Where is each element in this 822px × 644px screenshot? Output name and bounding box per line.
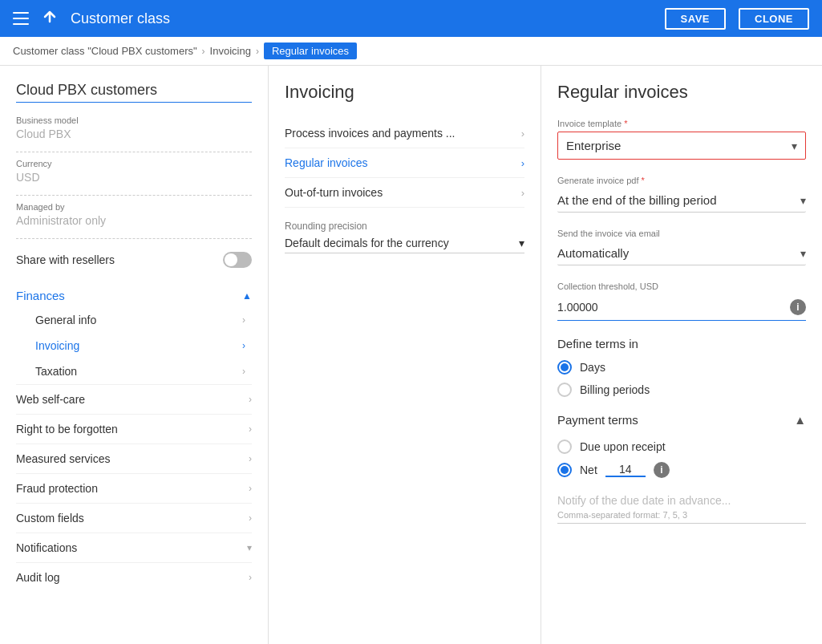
generate-pdf-value: At the end of the billing period: [557, 193, 716, 207]
billing-periods-label: Billing periods: [580, 383, 650, 396]
rounding-value: Default decimals for the currency: [285, 237, 449, 249]
net-radio-button[interactable]: [557, 463, 572, 477]
breadcrumb-arrow-2: ›: [256, 46, 259, 57]
due-receipt-radio-option[interactable]: Due upon receipt: [557, 439, 806, 454]
collection-info-icon[interactable]: i: [790, 299, 806, 315]
business-model-field: Business model Cloud PBX: [16, 115, 252, 140]
managed-by-field: Managed by Administrator only: [16, 202, 252, 227]
web-selfcare-chevron-icon: ›: [249, 394, 252, 405]
sidebar-item-measured[interactable]: Measured services ›: [16, 444, 252, 473]
invoice-template-dropdown[interactable]: Enterprise ▾: [557, 132, 806, 160]
billing-periods-radio-button[interactable]: [557, 383, 572, 397]
send-email-chevron-icon: ▾: [800, 247, 806, 260]
collection-input[interactable]: [557, 301, 790, 314]
sidebar-item-right-forgotten[interactable]: Right to be forgotten ›: [16, 414, 252, 444]
sidebar-item-notifications[interactable]: Notifications ▾: [16, 533, 252, 562]
define-terms-title: Define terms in: [557, 337, 806, 350]
general-info-chevron-icon: ›: [242, 314, 245, 326]
sidebar-item-taxation[interactable]: Taxation ›: [16, 358, 252, 384]
net-input[interactable]: [605, 463, 646, 477]
custom-fields-chevron-icon: ›: [249, 512, 252, 524]
web-selfcare-label: Web self-care: [16, 393, 85, 406]
send-email-label: Send the invoice via email: [557, 229, 806, 238]
sidebar-item-audit-log[interactable]: Audit log ›: [16, 562, 252, 592]
days-label: Days: [580, 361, 605, 374]
regular-invoices-chevron-icon: ›: [521, 157, 524, 169]
notify-hint: Comma-separated format: 7, 5, 3: [557, 510, 806, 520]
payment-terms-header[interactable]: Payment terms ▲: [557, 413, 806, 427]
send-email-value: Automatically: [557, 246, 629, 260]
billing-periods-radio-option[interactable]: Billing periods: [557, 383, 806, 397]
out-of-turn-chevron-icon: ›: [521, 187, 524, 199]
managed-by-label: Managed by: [16, 202, 252, 212]
invoicing-title: Invoicing: [285, 82, 524, 103]
share-resellers-row: Share with resellers: [16, 252, 252, 268]
collection-input-row: i: [557, 294, 806, 321]
due-receipt-label: Due upon receipt: [580, 440, 666, 453]
send-email-dropdown[interactable]: Automatically ▾: [557, 241, 806, 265]
divider-3: [16, 238, 252, 239]
general-info-label: General info: [35, 314, 96, 326]
svg-rect-2: [13, 23, 29, 25]
finances-chevron-icon: ▲: [242, 290, 252, 302]
invoicing-label: Invoicing: [35, 339, 79, 352]
menu-icon[interactable]: [13, 12, 29, 25]
svg-rect-1: [13, 18, 29, 19]
measured-label: Measured services: [16, 452, 111, 465]
currency-value: USD: [16, 171, 252, 184]
sidebar-item-invoicing[interactable]: Invoicing ›: [16, 333, 252, 358]
audit-log-label: Audit log: [16, 571, 59, 584]
invoice-template-value: Enterprise: [566, 139, 621, 152]
sidebar-item-general-info[interactable]: General info ›: [16, 307, 252, 333]
notifications-label: Notifications: [16, 541, 77, 554]
currency-label: Currency: [16, 159, 252, 168]
days-radio-option[interactable]: Days: [557, 360, 806, 375]
finances-nav-header[interactable]: Finances ▲: [16, 284, 252, 307]
regular-invoices-item[interactable]: Regular invoices ›: [285, 148, 524, 178]
rounding-select[interactable]: Default decimals for the currency ▾: [285, 237, 524, 253]
days-radio-button[interactable]: [557, 360, 572, 375]
custom-fields-label: Custom fields: [16, 512, 84, 525]
notify-field: Notify of the due date in advance... Com…: [557, 494, 806, 524]
out-of-turn-item[interactable]: Out-of-turn invoices ›: [285, 178, 524, 208]
breadcrumb: Customer class "Cloud PBX customers" › I…: [0, 37, 822, 66]
invoice-template-label: Invoice template *: [557, 119, 806, 128]
save-button[interactable]: SAVE: [665, 8, 726, 30]
collection-threshold-group: Collection threshold, USD i: [557, 281, 806, 321]
divider-2: [16, 195, 252, 196]
generate-pdf-dropdown[interactable]: At the end of the billing period ▾: [557, 188, 806, 213]
process-invoices-item[interactable]: Process invoices and payments ... ›: [285, 119, 524, 148]
invoice-template-chevron-icon: ▾: [792, 140, 797, 152]
business-model-value: Cloud PBX: [16, 128, 252, 140]
currency-field: Currency USD: [16, 159, 252, 184]
sidebar-item-custom-fields[interactable]: Custom fields ›: [16, 503, 252, 533]
net-info-icon[interactable]: i: [654, 462, 670, 478]
sidebar-item-web-selfcare[interactable]: Web self-care ›: [16, 384, 252, 414]
clone-button[interactable]: CLONE: [739, 8, 809, 30]
right-forgotten-label: Right to be forgotten: [16, 423, 118, 435]
share-resellers-label: Share with resellers: [16, 253, 115, 266]
due-receipt-radio-button[interactable]: [557, 439, 572, 454]
regular-invoices-label: Regular invoices: [285, 156, 368, 169]
net-radio-option[interactable]: Net i: [557, 462, 806, 478]
back-icon[interactable]: [42, 10, 58, 26]
rounding-chevron-icon: ▾: [519, 237, 524, 249]
notify-placeholder[interactable]: Notify of the due date in advance...: [557, 494, 806, 507]
breadcrumb-level1[interactable]: Invoicing: [210, 45, 251, 57]
customer-name: Cloud PBX customers: [16, 82, 252, 103]
share-resellers-toggle[interactable]: [223, 252, 252, 268]
notifications-chevron-icon: ▾: [247, 542, 252, 553]
breadcrumb-level2[interactable]: Regular invoices: [264, 43, 357, 59]
taxation-label: Taxation: [35, 365, 77, 378]
managed-by-value: Administrator only: [16, 214, 252, 227]
sidebar-item-fraud[interactable]: Fraud protection ›: [16, 473, 252, 503]
breadcrumb-base[interactable]: Customer class "Cloud PBX customers": [13, 45, 197, 57]
taxation-chevron-icon: ›: [242, 366, 245, 377]
rounding-label: Rounding precision: [285, 221, 524, 232]
sidebar: Cloud PBX customers Business model Cloud…: [0, 66, 269, 644]
define-terms-section: Define terms in Days Billing periods: [557, 337, 806, 397]
finances-label: Finances: [16, 289, 65, 302]
rounding-section: Rounding precision Default decimals for …: [285, 221, 524, 253]
process-invoices-chevron-icon: ›: [521, 128, 524, 140]
invoicing-chevron-icon: ›: [242, 340, 245, 351]
